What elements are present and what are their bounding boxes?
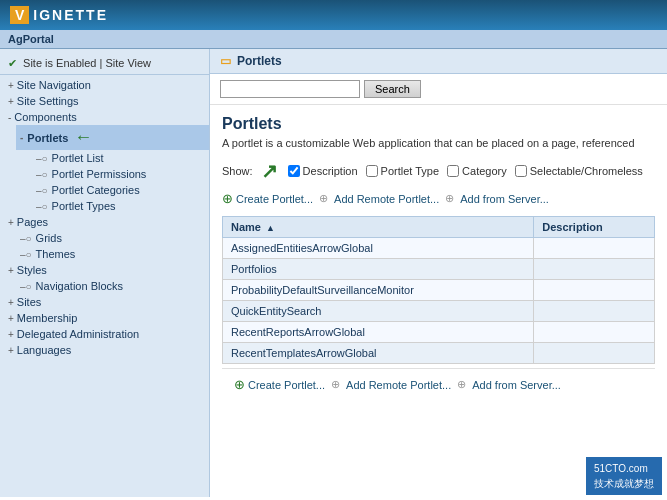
check-icon: ✔: [8, 57, 17, 69]
table-row[interactable]: ProbabilityDefaultSurveillanceMonitor: [223, 280, 655, 301]
sidebar-item-components[interactable]: - Components: [0, 109, 209, 125]
cell-description: [534, 280, 655, 301]
table-row[interactable]: Portfolios: [223, 259, 655, 280]
sidebar-label-site-settings: Site Settings: [17, 95, 79, 107]
sidebar-item-portlet-permissions[interactable]: –○ Portlet Permissions: [32, 166, 209, 182]
search-input[interactable]: [220, 80, 360, 98]
watermark: 51CTO.com 技术成就梦想: [586, 457, 662, 495]
sidebar-item-pages[interactable]: + Pages: [0, 214, 209, 230]
table-row[interactable]: QuickEntitySearch: [223, 301, 655, 322]
site-status-text: Site is Enabled | Site View: [23, 57, 151, 69]
sidebar-item-grids[interactable]: –○ Grids: [16, 230, 209, 246]
dot-icon: –○: [36, 185, 48, 196]
checkbox-portlet-type[interactable]: [366, 165, 378, 177]
expand-icon: +: [8, 297, 14, 308]
content-header-title: Portlets: [237, 54, 282, 68]
cell-name: ProbabilityDefaultSurveillanceMonitor: [223, 280, 534, 301]
col-name[interactable]: Name ▲: [223, 217, 534, 238]
table-row[interactable]: RecentTemplatesArrowGlobal: [223, 343, 655, 364]
search-button[interactable]: Search: [364, 80, 421, 98]
sidebar-item-site-settings[interactable]: + Site Settings: [0, 93, 209, 109]
sidebar-item-portlets[interactable]: - Portlets ←: [16, 125, 209, 150]
checkbox-label-description[interactable]: Description: [288, 165, 358, 177]
sidebar-item-portlet-categories[interactable]: –○ Portlet Categories: [32, 182, 209, 198]
logo-v: V: [10, 6, 29, 24]
sidebar-label-styles: Styles: [17, 264, 47, 276]
dot-icon: –○: [36, 153, 48, 164]
plus-circle-icon: ⊕: [222, 191, 233, 206]
page-title: Portlets: [222, 115, 655, 133]
themes-sub: –○ Themes: [0, 246, 209, 262]
checkbox-category[interactable]: [447, 165, 459, 177]
add-remote-portlet-label: Add Remote Portlet...: [334, 193, 439, 205]
add-remote-portlet-link[interactable]: Add Remote Portlet...: [334, 193, 439, 205]
main-layout: ✔ Site is Enabled | Site View + Site Nav…: [0, 49, 667, 497]
sidebar-label-themes: Themes: [36, 248, 76, 260]
sidebar-item-styles[interactable]: + Styles: [0, 262, 209, 278]
sidebar-item-navigation-blocks[interactable]: –○ Navigation Blocks: [16, 278, 209, 294]
bottom-add-remote-portlet-link[interactable]: Add Remote Portlet...: [346, 379, 451, 391]
sidebar-item-delegated-administration[interactable]: + Delegated Administration: [0, 326, 209, 342]
bottom-create-portlet-link[interactable]: ⊕ Create Portlet...: [234, 377, 325, 392]
expand-icon: +: [8, 217, 14, 228]
site-name-bar: AgPortal: [0, 30, 667, 49]
sidebar-label-delegated-administration: Delegated Administration: [17, 328, 139, 340]
expand-icon: +: [8, 329, 14, 340]
sidebar-item-membership[interactable]: + Membership: [0, 310, 209, 326]
bottom-create-portlet-label: Create Portlet...: [248, 379, 325, 391]
logo-text: IGNETTE: [33, 7, 108, 23]
app-header: V IGNETTE: [0, 0, 667, 30]
col-description-label: Description: [542, 221, 603, 233]
sidebar-label-portlet-types: Portlet Types: [52, 200, 116, 212]
sidebar-item-sites[interactable]: + Sites: [0, 294, 209, 310]
dot-icon: –○: [20, 233, 32, 244]
sidebar-label-portlet-list: Portlet List: [52, 152, 104, 164]
col-description[interactable]: Description: [534, 217, 655, 238]
sidebar-label-portlets: Portlets: [27, 132, 68, 144]
checkbox-label-category[interactable]: Category: [447, 165, 507, 177]
sidebar-item-site-navigation[interactable]: + Site Navigation: [0, 77, 209, 93]
sidebar-label-pages: Pages: [17, 216, 48, 228]
sidebar: ✔ Site is Enabled | Site View + Site Nav…: [0, 49, 210, 497]
arrow-annotation-2: ↗: [261, 159, 278, 183]
table-row[interactable]: RecentReportsArrowGlobal: [223, 322, 655, 343]
watermark-line2: 技术成就梦想: [594, 476, 654, 491]
portlets-sub-section: - Portlets ← –○ Portlet List –○ Portlet …: [0, 125, 209, 214]
portlets-children: –○ Portlet List –○ Portlet Permissions –…: [16, 150, 209, 214]
create-portlet-label: Create Portlet...: [236, 193, 313, 205]
col-name-label: Name: [231, 221, 261, 233]
bottom-add-from-server-link[interactable]: Add from Server...: [472, 379, 561, 391]
sidebar-item-portlet-types[interactable]: –○ Portlet Types: [32, 198, 209, 214]
add-from-server-link[interactable]: Add from Server...: [460, 193, 549, 205]
create-portlet-link[interactable]: ⊕ Create Portlet...: [222, 191, 313, 206]
site-status[interactable]: ✔ Site is Enabled | Site View: [0, 53, 209, 75]
watermark-line1: 51CTO.com: [594, 461, 654, 476]
expand-icon: +: [8, 80, 14, 91]
action-separator-2: ⊕: [445, 192, 454, 205]
sidebar-label-components: Components: [14, 111, 76, 123]
bottom-sep-2: ⊕: [457, 378, 466, 391]
grids-sub: –○ Grids: [0, 230, 209, 246]
checkbox-description[interactable]: [288, 165, 300, 177]
bottom-sep-1: ⊕: [331, 378, 340, 391]
checkbox-selectable[interactable]: [515, 165, 527, 177]
sidebar-item-themes[interactable]: –○ Themes: [16, 246, 209, 262]
checkbox-label-portlet-type[interactable]: Portlet Type: [366, 165, 440, 177]
content-header-bar: ▭ Portlets: [210, 49, 667, 74]
sort-arrow-icon: ▲: [266, 223, 275, 233]
add-from-server-label: Add from Server...: [460, 193, 549, 205]
action-separator-1: ⊕: [319, 192, 328, 205]
table-row[interactable]: AssignedEntitiesArrowGlobal: [223, 238, 655, 259]
sidebar-item-portlet-list[interactable]: –○ Portlet List: [32, 150, 209, 166]
checkbox-label-selectable[interactable]: Selectable/Chromeless: [515, 165, 643, 177]
expand-icon: +: [8, 265, 14, 276]
cell-description: [534, 343, 655, 364]
sidebar-label-navigation-blocks: Navigation Blocks: [36, 280, 123, 292]
checkbox-text-portlet-type: Portlet Type: [381, 165, 440, 177]
bottom-action-links: ⊕ Create Portlet... ⊕ Add Remote Portlet…: [222, 368, 655, 400]
sidebar-label-portlet-categories: Portlet Categories: [52, 184, 140, 196]
plus-circle-icon-bottom: ⊕: [234, 377, 245, 392]
sidebar-label-grids: Grids: [36, 232, 62, 244]
nav-blocks-sub: –○ Navigation Blocks: [0, 278, 209, 294]
sidebar-item-languages[interactable]: + Languages: [0, 342, 209, 358]
